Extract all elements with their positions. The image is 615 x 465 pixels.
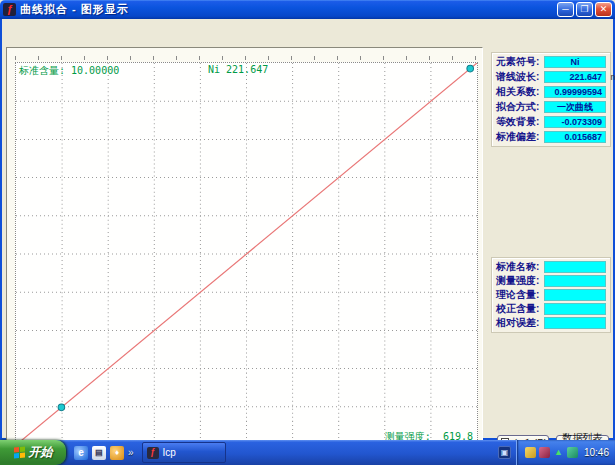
language-bar-icon[interactable]: ▣ [498,446,511,459]
windows-logo-icon [14,446,25,458]
minimize-icon[interactable]: ─ [557,2,574,17]
standard-name-label: 标准名称: [496,260,539,274]
deviation-row: 标准偏差: 0.015687 [496,130,606,144]
app-icon: ƒ [3,3,16,16]
background-label: 等效背景: [496,115,539,129]
theoretical-content-field[interactable] [544,289,606,301]
element-symbol-label: 元素符号: [496,55,539,69]
restore-icon[interactable]: ❐ [576,2,593,17]
taskbar: 开始 e ▤ ♦ » ƒ Icp ▣ ▲ 10:46 [0,440,615,465]
correlation-field[interactable]: 0.99999594 [544,86,606,98]
taskbar-item-label: Icp [163,447,176,458]
plot-canvas [16,63,477,445]
corrected-content-field[interactable] [544,303,606,315]
window-controls: ─ ❐ ✕ [557,2,612,17]
deviation-field[interactable]: 0.015687 [544,131,606,143]
close-icon[interactable]: ✕ [595,2,612,17]
sample-intensity-label: 测量强度: [496,274,539,288]
start-button[interactable]: 开始 [0,440,66,465]
start-button-label: 开始 [29,444,53,461]
fit-info-panel: 元素符号: Ni 谱线波长: 221.647 nm 相关系数: 0.999995… [491,52,611,147]
element-symbol-field[interactable]: Ni [544,56,606,68]
wavelength-row: 谱线波长: 221.647 nm [496,70,606,84]
show-desktop-icon[interactable]: ▤ [92,446,106,460]
sample-intensity-row: 测量强度: [496,274,606,288]
wavelength-label: 谱线波长: [496,70,539,84]
system-tray: ▲ 10:46 [516,440,615,465]
app-window: ƒ 曲线拟合 - 图形显示 ─ ❐ ✕ 标准含量: 10.00000 Ni 22… [0,0,615,465]
tray-icon-4[interactable] [567,447,578,458]
wavelength-unit: nm [610,72,615,82]
taskbar-clock: 10:46 [584,447,609,458]
titlebar[interactable]: ƒ 曲线拟合 - 图形显示 ─ ❐ ✕ [0,0,615,19]
calibration-plot[interactable]: 标准含量: 10.00000 Ni 221.647 测量强度: 619.8 [15,62,478,446]
sample-intensity-field[interactable] [544,275,606,287]
tray-network-icon[interactable]: ▲ [553,447,564,458]
tray-icon-1[interactable] [525,447,536,458]
quick-launch: e ▤ ♦ » [74,446,134,460]
taskbar-item-icp[interactable]: ƒ Icp [142,442,226,463]
theoretical-content-label: 理论含量: [496,288,539,302]
corrected-content-row: 校正含量: [496,302,606,316]
sample-info-panel: 标准名称: 测量强度: 理论含量: 校正含量: 相对误差: [491,257,611,333]
standard-content-annotation: 标准含量: 10.00000 [19,64,119,78]
fit-method-field[interactable]: 一次曲线 [544,101,606,113]
chart-container: 标准含量: 10.00000 Ni 221.647 测量强度: 619.8 [6,47,483,454]
window-title: 曲线拟合 - 图形显示 [20,2,129,17]
internet-explorer-icon[interactable]: e [74,446,88,460]
background-row: 等效背景: -0.073309 [496,115,606,129]
client-area: 标准含量: 10.00000 Ni 221.647 测量强度: 619.8 元素… [0,19,615,440]
relative-error-label: 相对误差: [496,316,539,330]
correlation-row: 相关系数: 0.99999594 [496,85,606,99]
deviation-label: 标准偏差: [496,130,539,144]
relative-error-field[interactable] [544,317,606,329]
element-symbol-row: 元素符号: Ni [496,55,606,69]
correlation-label: 相关系数: [496,85,539,99]
spectral-line-annotation: Ni 221.647 [208,64,268,75]
tray-icon-2[interactable] [539,447,550,458]
wavelength-field[interactable]: 221.647 [544,71,606,83]
fit-method-row: 拟合方式: 一次曲线 [496,100,606,114]
fit-method-label: 拟合方式: [496,100,539,114]
messenger-icon[interactable]: ♦ [110,446,124,460]
standard-name-field[interactable] [544,261,606,273]
corrected-content-label: 校正含量: [496,302,539,316]
icp-app-icon: ƒ [147,447,159,459]
chevron-right-icon[interactable]: » [128,447,134,458]
standard-name-row: 标准名称: [496,260,606,274]
background-field[interactable]: -0.073309 [544,116,606,128]
relative-error-row: 相对误差: [496,316,606,330]
chart-ruler [15,52,478,61]
theoretical-content-row: 理论含量: [496,288,606,302]
